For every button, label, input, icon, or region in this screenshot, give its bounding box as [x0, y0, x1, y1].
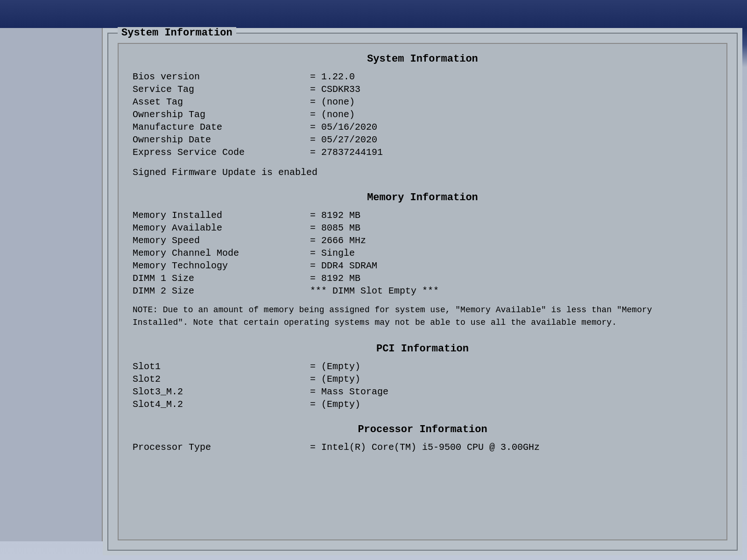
- row-value: = 05/27/2020: [310, 134, 712, 145]
- row-label: Slot2: [133, 374, 310, 385]
- row-label: Memory Channel Mode: [133, 248, 310, 259]
- row-label: Slot3_M.2: [133, 386, 310, 397]
- table-row: Service Tag= CSDKR33: [133, 84, 712, 95]
- row-label: Manufacture Date: [133, 122, 310, 133]
- table-row: Memory Available= 8085 MB: [133, 223, 712, 233]
- table-row: Express Service Code= 27837244191: [133, 147, 712, 158]
- row-label: Slot1: [133, 361, 310, 372]
- main-content: System Information System Information Bi…: [103, 28, 742, 555]
- row-label: Ownership Tag: [133, 109, 310, 120]
- processor-info-title: Processor Information: [133, 424, 712, 435]
- table-row: Slot1= (Empty): [133, 361, 712, 372]
- row-label: Asset Tag: [133, 97, 310, 107]
- row-value: = Single: [310, 248, 712, 259]
- table-row: DIMM 2 Size*** DIMM Slot Empty ***: [133, 286, 712, 296]
- signed-firmware-text: Signed Firmware Update is enabled: [133, 167, 712, 178]
- table-row: Manufacture Date= 05/16/2020: [133, 122, 712, 133]
- row-value: = 8192 MB: [310, 210, 712, 221]
- row-label: Express Service Code: [133, 147, 310, 158]
- memory-info-title: Memory Information: [133, 192, 712, 203]
- outer-box: System Information System Information Bi…: [107, 33, 738, 551]
- row-label: DIMM 2 Size: [133, 286, 310, 296]
- table-row: Ownership Tag= (none): [133, 109, 712, 120]
- table-row: Processor Type= Intel(R) Core(TM) i5-950…: [133, 442, 712, 453]
- pci-info-title: PCI Information: [133, 343, 712, 355]
- system-info-rows: Bios version= 1.22.0Service Tag= CSDKR33…: [133, 71, 712, 158]
- row-label: Bios version: [133, 71, 310, 82]
- row-label: Memory Available: [133, 223, 310, 233]
- row-value: = (Empty): [310, 374, 712, 385]
- outer-box-title: System Information: [118, 27, 236, 39]
- row-value: *** DIMM Slot Empty ***: [310, 286, 712, 296]
- table-row: Asset Tag= (none): [133, 97, 712, 107]
- pci-info-rows: Slot1= (Empty)Slot2= (Empty)Slot3_M.2= M…: [133, 361, 712, 410]
- row-label: Slot4_M.2: [133, 399, 310, 410]
- memory-info-rows: Memory Installed= 8192 MBMemory Availabl…: [133, 210, 712, 296]
- row-value: = (Empty): [310, 361, 712, 372]
- table-row: Memory Installed= 8192 MB: [133, 210, 712, 221]
- memory-note: NOTE: Due to an amount of memory being a…: [133, 304, 712, 329]
- row-value: = 1.22.0: [310, 71, 712, 82]
- table-row: Memory Channel Mode= Single: [133, 248, 712, 259]
- table-row: Ownership Date= 05/27/2020: [133, 134, 712, 145]
- table-row: Slot3_M.2= Mass Storage: [133, 386, 712, 397]
- table-row: Slot2= (Empty): [133, 374, 712, 385]
- row-value: = 8085 MB: [310, 223, 712, 233]
- row-label: Memory Installed: [133, 210, 310, 221]
- table-row: Bios version= 1.22.0: [133, 71, 712, 82]
- row-label: Processor Type: [133, 442, 310, 453]
- row-value: = 27837244191: [310, 147, 712, 158]
- system-info-title: System Information: [133, 53, 712, 65]
- row-label: Service Tag: [133, 84, 310, 95]
- row-value: = 8192 MB: [310, 273, 712, 284]
- table-row: DIMM 1 Size= 8192 MB: [133, 273, 712, 284]
- row-label: Memory Speed: [133, 235, 310, 246]
- table-row: Slot4_M.2= (Empty): [133, 399, 712, 410]
- row-value: = 2666 MHz: [310, 235, 712, 246]
- row-value: = (none): [310, 97, 712, 107]
- row-value: = (Empty): [310, 399, 712, 410]
- row-value: = (none): [310, 109, 712, 120]
- processor-info-rows: Processor Type= Intel(R) Core(TM) i5-950…: [133, 442, 712, 453]
- row-value: = Mass Storage: [310, 386, 712, 397]
- table-row: Memory Technology= DDR4 SDRAM: [133, 260, 712, 271]
- left-panel: [0, 28, 103, 541]
- row-value: = Intel(R) Core(TM) i5-9500 CPU @ 3.00GH…: [310, 442, 712, 453]
- row-label: Ownership Date: [133, 134, 310, 145]
- row-label: DIMM 1 Size: [133, 273, 310, 284]
- row-value: = DDR4 SDRAM: [310, 260, 712, 271]
- table-row: Memory Speed= 2666 MHz: [133, 235, 712, 246]
- row-label: Memory Technology: [133, 260, 310, 271]
- inner-box: System Information Bios version= 1.22.0S…: [118, 43, 727, 540]
- row-value: = 05/16/2020: [310, 122, 712, 133]
- row-value: = CSDKR33: [310, 84, 712, 95]
